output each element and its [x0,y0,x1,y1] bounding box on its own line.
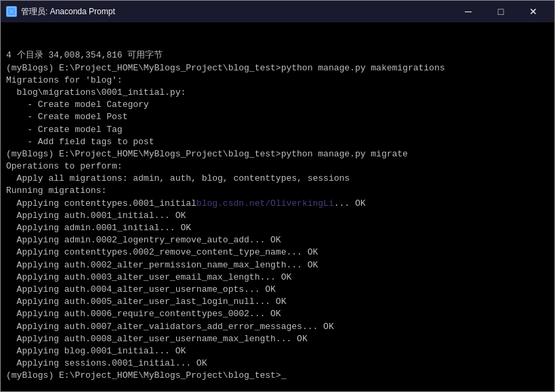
terminal-line: Applying admin.0001_initial... OK [6,222,549,234]
window: 管理员: Anaconda Prompt ─ □ ✕ 4 个目录 34,008,… [0,0,555,392]
terminal-output[interactable]: 4 个目录 34,008,354,816 可用字节(myBlogs) E:\Pr… [1,22,554,391]
terminal-line: - Create model Tag [6,124,549,136]
terminal-line: Migrations for 'blog': [6,74,549,87]
terminal-line: Applying auth.0005_alter_user_last_login… [6,296,549,308]
terminal-line: Applying auth.0003_alter_user_email_max_… [6,271,549,284]
terminal-line: 4 个目录 34,008,354,816 可用字节 [6,49,549,62]
terminal-line: (myBlogs) E:\Project_HOME\MyBlogs_Projec… [6,62,549,74]
minimize-button[interactable]: ─ [453,1,484,22]
terminal-line: Applying contenttypes.0001_initialblog.c… [6,198,549,210]
terminal-line: - Add field tags to post [6,136,549,148]
title-bar: 管理员: Anaconda Prompt ─ □ ✕ [1,1,554,22]
window-title: 管理员: Anaconda Prompt [21,6,115,18]
terminal-line: Applying auth.0004_alter_user_username_o… [6,284,549,296]
terminal-line: (myBlogs) E:\Project_HOME\MyBlogs_Projec… [6,148,549,160]
terminal-line: Applying auth.0002_alter_permission_name… [6,259,549,271]
close-button[interactable]: ✕ [518,1,549,22]
terminal-line: Applying contenttypes.0002_remove_conten… [6,246,549,259]
terminal-line: Applying blog.0001_initial... OK [6,345,549,357]
terminal-line: blog\migrations\0001_initial.py: [6,87,549,99]
terminal-line: Applying admin.0002_logentry_remove_auto… [6,234,549,246]
terminal-line: Applying auth.0007_alter_validators_add_… [6,321,549,333]
watermark: blog.csdn.net/OliverkingLi [197,198,334,209]
title-bar-left: 管理员: Anaconda Prompt [6,6,115,18]
terminal-line: Apply all migrations: admin, auth, blog,… [6,173,549,185]
title-bar-controls: ─ □ ✕ [453,1,549,22]
terminal-line: (myBlogs) E:\Project_HOME\MyBlogs_Projec… [6,370,549,382]
terminal-line: Running migrations: [6,185,549,197]
terminal-line: Applying sessions.0001_initial... OK [6,357,549,370]
maximize-button[interactable]: □ [485,1,516,22]
terminal-line: Applying auth.0008_alter_user_username_m… [6,333,549,345]
terminal-line: Applying auth.0006_require_contenttypes_… [6,308,549,320]
terminal-line: - Create model Post [6,111,549,123]
terminal-line: - Create model Category [6,99,549,111]
app-icon [6,6,17,17]
terminal-line: Operations to perform: [6,160,549,173]
terminal-line: Applying auth.0001_initial... OK [6,210,549,222]
